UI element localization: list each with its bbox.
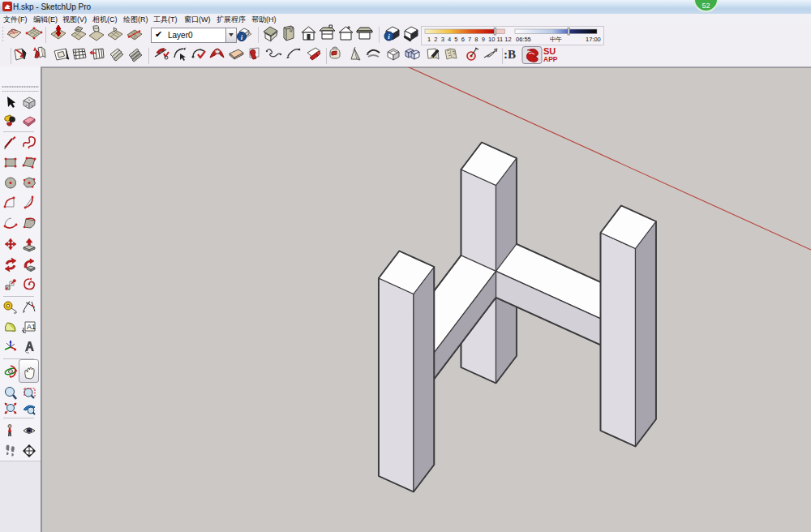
svg-text:1 2 3 4 5 6 7 8 9 10: 1 2 3 4 5 6 7 8 9 10 11 12 <box>427 36 512 43</box>
svg-text:A1: A1 <box>27 323 36 331</box>
svg-text::B: :B <box>504 48 516 61</box>
svg-text:APP: APP <box>543 55 558 63</box>
svg-text:06:55: 06:55 <box>516 36 531 43</box>
svg-text:中午: 中午 <box>550 36 563 43</box>
svg-text:17:00: 17:00 <box>586 36 601 43</box>
